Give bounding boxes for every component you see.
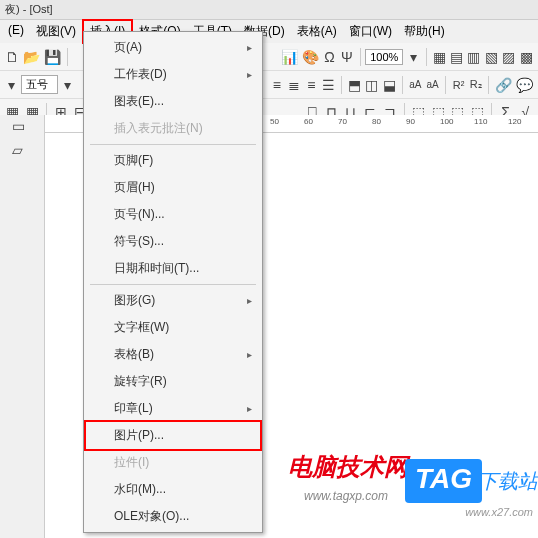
title-text: 夜) - [Ost] bbox=[5, 3, 53, 15]
dropdown-item[interactable]: 页眉(H) bbox=[86, 174, 260, 201]
layout5-icon[interactable]: ▨ bbox=[501, 46, 516, 68]
dropdown-icon[interactable]: ▾ bbox=[60, 74, 75, 96]
palette-icon[interactable]: 🎨 bbox=[301, 46, 320, 68]
menu-item[interactable]: (E) bbox=[2, 21, 30, 42]
valign-mid-icon[interactable]: ◫ bbox=[364, 74, 379, 96]
layout2-icon[interactable]: ▤ bbox=[449, 46, 464, 68]
layout4-icon[interactable]: ▧ bbox=[484, 46, 499, 68]
tag-logo-url: www.x27.com bbox=[465, 506, 533, 518]
chart-icon[interactable]: 📊 bbox=[280, 46, 299, 68]
panel-tool-icon[interactable]: ▭ bbox=[11, 117, 33, 139]
ruler-tick: 70 bbox=[338, 117, 347, 126]
tag-logo-box: TAG bbox=[405, 459, 482, 503]
align-center-icon[interactable]: ≣ bbox=[286, 74, 301, 96]
dropdown-item[interactable]: 工作表(D) bbox=[86, 61, 260, 88]
psi-icon[interactable]: Ψ bbox=[339, 46, 354, 68]
dropdown-icon[interactable]: ▾ bbox=[4, 74, 19, 96]
justify-icon[interactable]: ☰ bbox=[321, 74, 336, 96]
dropdown-item[interactable]: 图形(G) bbox=[86, 287, 260, 314]
layout1-icon[interactable]: ▦ bbox=[431, 46, 446, 68]
font-aa2-icon[interactable]: aA bbox=[425, 74, 440, 96]
dropdown-item[interactable]: 符号(S)... bbox=[86, 228, 260, 255]
ruler-tick: 80 bbox=[372, 117, 381, 126]
ruler-tick: 50 bbox=[270, 117, 279, 126]
menu-separator bbox=[90, 144, 256, 145]
link-icon[interactable]: 🔗 bbox=[494, 74, 513, 96]
omega-icon[interactable]: Ω bbox=[322, 46, 337, 68]
tag-logo-text: 下载站 bbox=[478, 468, 538, 495]
panel-tool-icon[interactable]: ▱ bbox=[11, 141, 33, 163]
menu-separator bbox=[90, 284, 256, 285]
r-sub-icon[interactable]: R₂ bbox=[468, 74, 483, 96]
dropdown-item[interactable]: 页(A) bbox=[86, 34, 260, 61]
separator bbox=[488, 76, 489, 94]
left-tool-panel: ▭ ▱ bbox=[0, 115, 45, 538]
ruler-tick: 100 bbox=[440, 117, 453, 126]
dropdown-item[interactable]: 日期和时间(T)... bbox=[86, 255, 260, 282]
font-aa-icon[interactable]: aA bbox=[408, 74, 423, 96]
dropdown-item[interactable]: OLE对象(O)... bbox=[86, 503, 260, 530]
toolbar-main: 🗋 📂 💾 📊 🎨 Ω Ψ 100% ▾ ▦ ▤ ▥ ▧ ▨ ▩ bbox=[0, 43, 538, 71]
separator bbox=[426, 48, 427, 66]
save-icon[interactable]: 💾 bbox=[43, 46, 62, 68]
watermark-logo-text: 电脑技术网 bbox=[288, 451, 408, 483]
layout6-icon[interactable]: ▩ bbox=[519, 46, 534, 68]
menu-bar: (E)视图(V)插入(I)格式(O)工具(T)数据(D)表格(A)窗口(W)帮助… bbox=[0, 20, 538, 43]
open-icon[interactable]: 📂 bbox=[22, 46, 41, 68]
font-size-field[interactable]: 五号 bbox=[21, 75, 58, 94]
ruler-tick: 90 bbox=[406, 117, 415, 126]
insert-dropdown-menu: 页(A)工作表(D)图表(E)...插入表元批注(N)页脚(F)页眉(H)页号(… bbox=[83, 31, 263, 533]
menu-item[interactable]: 帮助(H) bbox=[398, 21, 451, 42]
tag-logo: TAG 下载站 bbox=[405, 459, 538, 503]
title-bar: 夜) - [Ost] bbox=[0, 0, 538, 20]
separator bbox=[360, 48, 361, 66]
toolbar-format: ▾ 五号 ▾ ≡ ≣ ≡ ☰ ⬒ ◫ ⬓ aA aA R² R₂ 🔗 💬 bbox=[0, 71, 538, 99]
dropdown-item[interactable]: 文字框(W) bbox=[86, 314, 260, 341]
dropdown-item[interactable]: 表格(B) bbox=[86, 341, 260, 368]
dropdown-item[interactable]: 图片(P)... bbox=[84, 420, 262, 451]
menu-item[interactable]: 窗口(W) bbox=[343, 21, 398, 42]
dropdown-icon[interactable]: ▾ bbox=[405, 46, 420, 68]
dropdown-item[interactable]: 页号(N)... bbox=[86, 201, 260, 228]
dropdown-item[interactable]: 页脚(F) bbox=[86, 147, 260, 174]
dropdown-item[interactable]: 印章(L) bbox=[86, 395, 260, 422]
layout3-icon[interactable]: ▥ bbox=[466, 46, 481, 68]
menu-item[interactable]: 视图(V) bbox=[30, 21, 82, 42]
zoom-field[interactable]: 100% bbox=[365, 49, 403, 65]
new-icon[interactable]: 🗋 bbox=[4, 46, 20, 68]
menu-item[interactable]: 表格(A) bbox=[291, 21, 343, 42]
separator bbox=[67, 48, 68, 66]
align-left-icon[interactable]: ≡ bbox=[269, 74, 284, 96]
align-right-icon[interactable]: ≡ bbox=[304, 74, 319, 96]
valign-top-icon[interactable]: ⬒ bbox=[347, 74, 362, 96]
separator bbox=[341, 76, 342, 94]
comment-icon[interactable]: 💬 bbox=[515, 74, 534, 96]
valign-bot-icon[interactable]: ⬓ bbox=[382, 74, 397, 96]
dropdown-item[interactable]: 水印(M)... bbox=[86, 476, 260, 503]
r-small-icon[interactable]: R² bbox=[451, 74, 466, 96]
watermark-logo-url: www.tagxp.com bbox=[304, 489, 388, 503]
ruler-tick: 120 bbox=[508, 117, 521, 126]
dropdown-item: 插入表元批注(N) bbox=[86, 115, 260, 142]
separator bbox=[445, 76, 446, 94]
dropdown-item[interactable]: 旋转字(R) bbox=[86, 368, 260, 395]
ruler-tick: 110 bbox=[474, 117, 487, 126]
dropdown-item[interactable]: 图表(E)... bbox=[86, 88, 260, 115]
ruler-tick: 60 bbox=[304, 117, 313, 126]
dropdown-item: 拉件(I) bbox=[86, 449, 260, 476]
separator bbox=[402, 76, 403, 94]
